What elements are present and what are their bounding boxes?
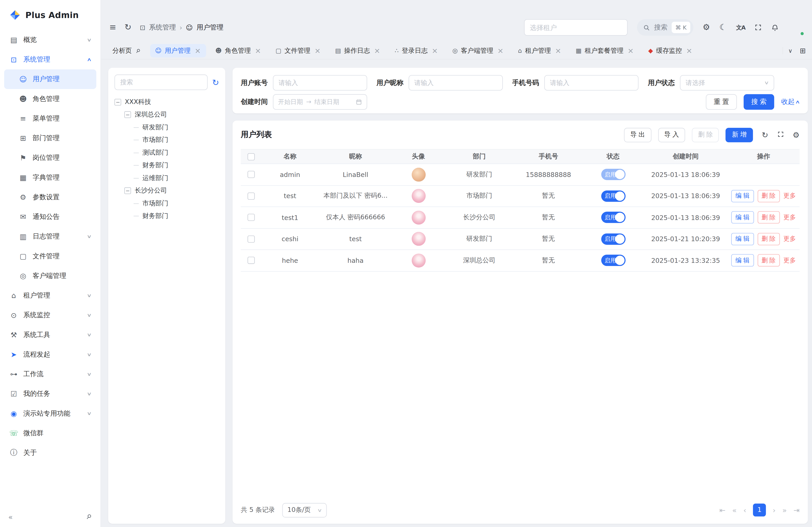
close-tab-icon[interactable]: × xyxy=(432,47,438,54)
phone-input[interactable] xyxy=(544,75,639,91)
tree-node[interactable]: 市场部门 xyxy=(114,197,219,210)
tab-analysis-page[interactable]: 分析页 xyxy=(107,44,146,58)
sidebar-item[interactable]: ☺ 用户管理 xyxy=(4,70,96,89)
sidebar-item[interactable]: ⊞ 部门管理 xyxy=(4,128,96,148)
close-tab-icon[interactable]: × xyxy=(315,47,320,54)
close-tab-icon[interactable]: × xyxy=(255,47,261,54)
tab[interactable]: ◎ 客户端管理 × xyxy=(447,44,509,58)
tree-toggle-icon[interactable]: − xyxy=(114,99,121,105)
sidebar-item[interactable]: ✉ 通知公告 xyxy=(4,207,96,227)
delete-button[interactable]: 删 除 xyxy=(757,190,780,202)
status-toggle[interactable]: 启用 xyxy=(601,169,625,180)
row-checkbox[interactable] xyxy=(247,257,255,264)
close-tab-icon[interactable]: × xyxy=(497,47,504,54)
user-avatar[interactable] xyxy=(788,20,804,35)
import-button[interactable]: 导 入 xyxy=(658,127,685,142)
sidebar-item[interactable]: ⓘ 关于 xyxy=(4,443,96,463)
edit-button[interactable]: 编 辑 xyxy=(731,190,754,202)
tree-toggle-icon[interactable]: − xyxy=(124,111,131,118)
tab-layout-icon[interactable]: ⊞ xyxy=(800,47,806,54)
sidebar-item[interactable]: ▦ 字典管理 xyxy=(4,168,96,187)
page-size-select[interactable]: 10条/页 ∨ xyxy=(282,503,327,517)
table-refresh-icon[interactable]: ↻ xyxy=(762,130,768,139)
row-checkbox[interactable] xyxy=(247,214,255,221)
more-button[interactable]: 更多 xyxy=(783,235,796,243)
edit-button[interactable]: 编 辑 xyxy=(731,233,754,245)
edit-button[interactable]: 编 辑 xyxy=(731,254,754,267)
more-button[interactable]: 更多 xyxy=(783,256,796,265)
table-settings-gear-icon[interactable]: ⚙ xyxy=(793,130,800,139)
sidebar-item[interactable]: ⚙ 参数设置 xyxy=(4,187,96,207)
sidebar-item[interactable]: ⚑ 岗位管理 xyxy=(4,148,96,168)
tenant-select-input[interactable] xyxy=(524,19,628,35)
delete-button[interactable]: 删 除 xyxy=(757,233,780,245)
reset-button[interactable]: 重 置 xyxy=(706,94,737,110)
sidebar-item[interactable]: ☏ 微信群 xyxy=(4,423,96,443)
dark-mode-moon-icon[interactable]: ☾ xyxy=(719,23,727,32)
close-tab-icon[interactable]: × xyxy=(374,47,380,54)
sidebar-item[interactable]: ⊡ 系统管理 ∧ xyxy=(4,49,96,69)
row-checkbox[interactable] xyxy=(247,193,255,200)
first-page-button[interactable]: ⇤ xyxy=(719,507,725,514)
status-toggle[interactable]: 启用 xyxy=(601,233,625,245)
close-tab-icon[interactable]: × xyxy=(195,47,201,54)
tab[interactable]: ▦ 租户套餐管理 × xyxy=(570,44,639,58)
pin-icon[interactable] xyxy=(134,47,142,55)
select-all-checkbox[interactable] xyxy=(247,153,255,160)
tree-search-input[interactable] xyxy=(114,75,207,90)
sidebar-item[interactable]: ▤ 概览 ∨ xyxy=(4,30,96,49)
tab[interactable]: ▢ 文件管理 × xyxy=(270,44,326,58)
settings-gear-icon[interactable]: ⚙ xyxy=(702,23,710,32)
tab[interactable]: ☺ 用户管理 × xyxy=(150,44,206,58)
tree-node[interactable]: 市场部门 xyxy=(114,134,219,146)
status-toggle[interactable]: 启用 xyxy=(601,190,625,202)
global-search-button[interactable]: 搜索 ⌘ K xyxy=(637,19,693,35)
next-group-button[interactable]: » xyxy=(782,507,787,514)
prev-group-button[interactable]: « xyxy=(732,507,737,514)
account-input[interactable] xyxy=(273,75,367,91)
current-page-button[interactable]: 1 xyxy=(753,503,766,516)
next-page-button[interactable]: › xyxy=(773,507,776,514)
tree-node[interactable]: 财务部门 xyxy=(114,210,219,223)
notifications-bell-icon[interactable] xyxy=(771,24,779,31)
collapse-sidebar-button[interactable]: « xyxy=(8,513,13,521)
sidebar-item[interactable]: ☻ 角色管理 xyxy=(4,89,96,109)
sidebar-item[interactable]: ⊶ 工作流 ∨ xyxy=(4,364,96,384)
more-button[interactable]: 更多 xyxy=(783,192,796,200)
table-fullscreen-icon[interactable] xyxy=(777,130,784,139)
delete-button[interactable]: 删 除 xyxy=(757,254,780,267)
tab[interactable]: ☻ 角色管理 × xyxy=(210,44,266,58)
fullscreen-icon[interactable] xyxy=(754,24,762,31)
status-toggle[interactable]: 启用 xyxy=(601,212,625,223)
search-button[interactable]: 搜 索 xyxy=(743,94,774,110)
export-button[interactable]: 导 出 xyxy=(624,127,651,142)
close-tab-icon[interactable]: × xyxy=(686,47,692,54)
close-tab-icon[interactable]: × xyxy=(628,47,634,54)
sidebar-item[interactable]: ➤ 流程发起 ∨ xyxy=(4,345,96,364)
edit-button[interactable]: 编 辑 xyxy=(731,211,754,224)
breadcrumb-segment[interactable]: 系统管理 xyxy=(149,23,176,32)
sidebar-item[interactable]: ▥ 日志管理 ∨ xyxy=(4,227,96,246)
sidebar-item[interactable]: ≡ 菜单管理 xyxy=(4,109,96,128)
tree-node[interactable]: 运维部门 xyxy=(114,172,219,184)
tree-toggle-icon[interactable]: − xyxy=(124,187,131,194)
tab[interactable]: ◆ 缓存监控 × xyxy=(643,44,697,58)
translate-icon[interactable]: 文A xyxy=(736,25,745,30)
collapse-filters-link[interactable]: 收起 ∧ xyxy=(781,97,800,107)
pin-sidebar-icon[interactable] xyxy=(84,512,93,521)
tab[interactable]: ⌂ 租户管理 × xyxy=(513,44,566,58)
date-range-picker[interactable]: 开始日期 → 结束日期 xyxy=(273,94,367,110)
prev-page-button[interactable]: ‹ xyxy=(743,507,746,514)
tab-more-chevron-icon[interactable]: ∨ xyxy=(788,48,793,54)
sidebar-item[interactable]: ⚒ 系统工具 ∨ xyxy=(4,325,96,345)
sidebar-item[interactable]: ⌂ 租户管理 ∨ xyxy=(4,286,96,305)
tree-node[interactable]: − 长沙分公司 xyxy=(114,184,219,197)
close-tab-icon[interactable]: × xyxy=(555,47,561,54)
sidebar-item[interactable]: ☑ 我的任务 ∨ xyxy=(4,384,96,404)
sidebar-item[interactable]: ◉ 演示站专用功能 ∨ xyxy=(4,404,96,423)
status-toggle[interactable]: 启用 xyxy=(601,255,625,266)
sidebar-item[interactable]: ◎ 客户端管理 xyxy=(4,266,96,286)
tree-node[interactable]: 测试部门 xyxy=(114,147,219,159)
tree-node[interactable]: − 深圳总公司 xyxy=(114,108,219,121)
tree-node[interactable]: 研发部门 xyxy=(114,121,219,134)
